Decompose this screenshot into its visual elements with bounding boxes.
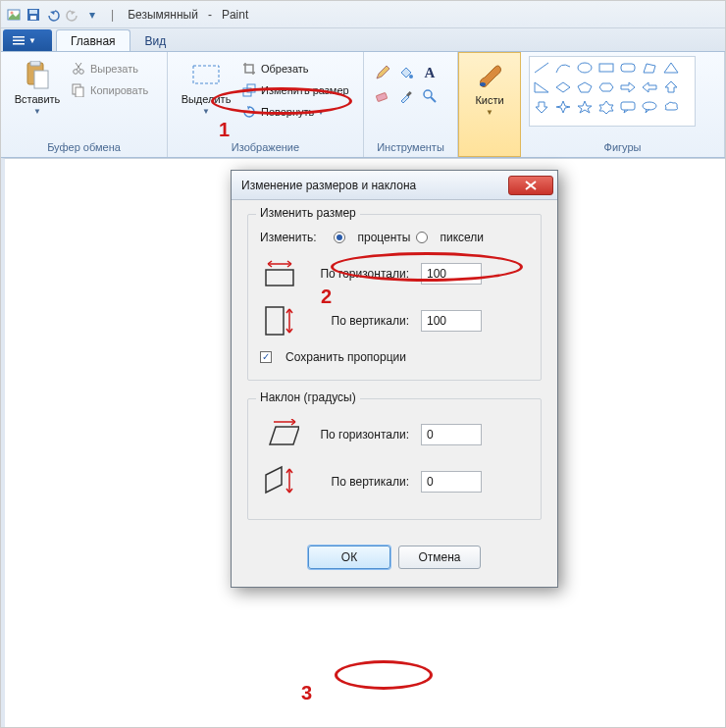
shape-right-tri[interactable] <box>532 78 551 96</box>
svg-line-22 <box>431 97 436 102</box>
svg-marker-32 <box>578 82 592 92</box>
svg-marker-29 <box>664 63 678 73</box>
svg-marker-30 <box>535 82 548 92</box>
resize-button[interactable]: Изменить размер <box>242 80 349 100</box>
ok-button[interactable]: ОК <box>308 546 390 569</box>
ribbon: Вставить ▼ Вырезать Копировать Буфер <box>1 52 725 158</box>
shape-star4[interactable] <box>553 98 573 116</box>
skew-horiz-input[interactable] <box>421 424 482 445</box>
copy-icon <box>72 83 85 97</box>
file-menu[interactable]: ▼ <box>3 29 52 51</box>
paste-button[interactable]: Вставить ▼ <box>9 56 66 141</box>
brushes-label: Кисти <box>475 94 503 106</box>
shape-diamond[interactable] <box>553 78 573 96</box>
shape-roundrect[interactable] <box>618 59 638 77</box>
skew-horiz-icon <box>260 417 299 452</box>
svg-rect-5 <box>13 36 25 38</box>
select-label: Выделить <box>182 93 232 105</box>
crop-button[interactable]: Обрезать <box>242 59 349 78</box>
svg-rect-9 <box>30 61 40 66</box>
shape-curve[interactable] <box>553 59 573 77</box>
undo-icon[interactable] <box>44 6 62 24</box>
tab-home[interactable]: Главная <box>56 29 130 51</box>
rotate-button[interactable]: Повернуть ▾ <box>242 102 349 122</box>
resize-horiz-input[interactable] <box>421 263 482 285</box>
cut-button[interactable]: Вырезать <box>72 59 148 78</box>
shape-line[interactable] <box>532 59 551 77</box>
svg-point-23 <box>480 82 486 86</box>
shape-callout-rect[interactable] <box>618 98 638 116</box>
group-tools: A Инструменты <box>364 52 458 157</box>
svg-point-11 <box>74 70 78 75</box>
tab-view[interactable]: Вид <box>130 29 182 51</box>
brushes-button[interactable]: Кисти ▼ <box>467 57 512 140</box>
skew-group: Наклон (градусы) По горизонтали: По верт… <box>247 398 542 520</box>
fill-tool[interactable] <box>395 62 417 83</box>
qat-dropdown-icon[interactable]: ▾ <box>83 6 101 24</box>
resize-vert-icon <box>260 303 299 338</box>
brush-icon <box>474 61 505 92</box>
group-clipboard: Вставить ▼ Вырезать Копировать Буфер <box>1 52 168 157</box>
shape-polygon[interactable] <box>640 59 659 77</box>
units-percent-label: проценты <box>357 231 410 244</box>
svg-point-12 <box>79 70 84 75</box>
shape-callout-cloud[interactable] <box>661 98 681 116</box>
shape-arrow-r[interactable] <box>618 78 638 96</box>
crop-label: Обрезать <box>261 63 309 75</box>
shape-hexagon[interactable] <box>596 78 616 96</box>
shape-arrow-l[interactable] <box>640 78 659 96</box>
radio-icon <box>334 232 345 243</box>
pencil-tool[interactable] <box>372 62 393 83</box>
svg-point-25 <box>578 63 592 73</box>
resize-group-title: Изменить размер <box>256 206 360 220</box>
shape-rect[interactable] <box>596 59 616 77</box>
svg-rect-15 <box>193 66 219 83</box>
svg-marker-36 <box>599 101 613 114</box>
units-percent-radio[interactable]: проценты <box>334 231 410 244</box>
save-icon[interactable] <box>25 6 42 24</box>
resize-vert-input[interactable] <box>421 310 482 332</box>
magnifier-tool[interactable] <box>419 85 441 107</box>
select-icon <box>190 60 222 91</box>
keep-aspect-checkbox[interactable]: Сохранить пропорции <box>260 350 529 364</box>
dialog-titlebar[interactable]: Изменение размеров и наклона <box>232 171 557 200</box>
skew-vert-label: По вертикали: <box>311 475 409 489</box>
paste-icon <box>22 60 53 91</box>
units-pixels-radio[interactable]: пиксели <box>416 231 484 244</box>
title-bar: ▾ | Безымянный - Paint <box>1 1 725 28</box>
group-image: Выделить ▼ Обрезать Изменить размер <box>168 52 364 157</box>
svg-marker-45 <box>266 467 282 493</box>
app-name: Paint <box>222 8 248 22</box>
dialog-close-button[interactable] <box>508 176 553 195</box>
shape-oval[interactable] <box>575 59 595 77</box>
picker-tool[interactable] <box>395 85 417 107</box>
dialog-title: Изменение размеров и наклона <box>241 179 416 192</box>
cancel-button[interactable]: Отмена <box>398 546 481 569</box>
keep-aspect-label: Сохранить пропорции <box>285 350 406 364</box>
resize-horiz-label: По горизонтали: <box>311 267 409 281</box>
svg-rect-37 <box>621 102 635 110</box>
skew-vert-input[interactable] <box>421 471 482 493</box>
group-shapes: Фигуры <box>521 52 725 157</box>
text-tool[interactable]: A <box>419 62 441 83</box>
shape-callout-oval[interactable] <box>640 98 659 116</box>
crop-icon <box>242 62 256 76</box>
shape-star6[interactable] <box>596 98 616 116</box>
svg-point-18 <box>409 75 413 78</box>
shape-pentagon[interactable] <box>575 78 595 96</box>
title-dash: - <box>208 8 212 22</box>
shape-arrow-u[interactable] <box>661 78 681 96</box>
shapes-gallery[interactable] <box>529 56 696 127</box>
copy-button[interactable]: Копировать <box>72 80 148 100</box>
skew-group-title: Наклон (градусы) <box>256 390 360 404</box>
redo-icon[interactable] <box>64 6 81 24</box>
resize-icon <box>242 83 256 97</box>
app-icon <box>5 6 23 24</box>
eraser-tool[interactable] <box>372 85 393 107</box>
svg-rect-39 <box>266 270 293 286</box>
shape-star5[interactable] <box>575 98 595 116</box>
select-button[interactable]: Выделить ▼ <box>176 56 236 141</box>
shape-triangle[interactable] <box>661 59 681 77</box>
shape-arrow-d[interactable] <box>532 98 551 116</box>
group-image-label: Изображение <box>176 141 355 155</box>
